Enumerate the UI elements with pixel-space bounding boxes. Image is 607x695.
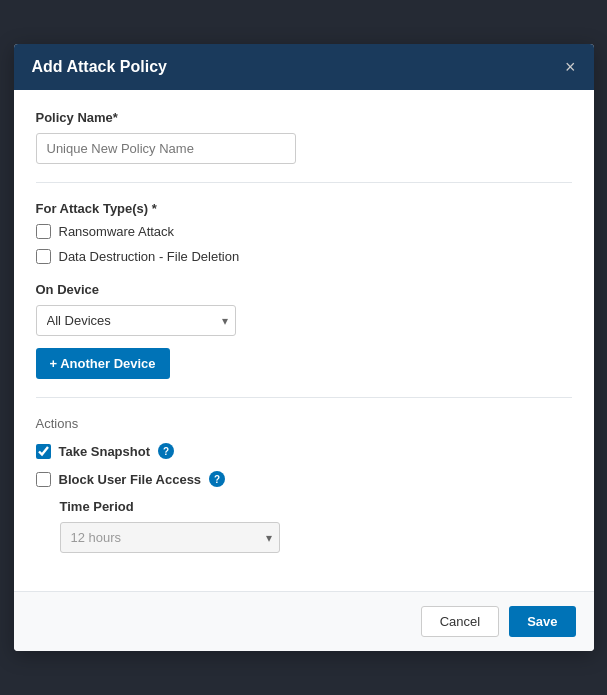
attack-types-section: For Attack Type(s) * Ransomware Attack D… bbox=[36, 201, 572, 264]
modal-body: Policy Name* For Attack Type(s) * Ransom… bbox=[14, 90, 594, 591]
add-another-device-button[interactable]: + Another Device bbox=[36, 348, 170, 379]
actions-section: Actions Take Snapshot ? Block User File … bbox=[36, 416, 572, 553]
divider-2 bbox=[36, 397, 572, 398]
device-select[interactable]: All Devices bbox=[36, 305, 236, 336]
time-period-select-wrapper: 12 hours 24 hours 48 hours ▾ bbox=[60, 522, 280, 553]
ransomware-checkbox[interactable] bbox=[36, 224, 51, 239]
modal-title: Add Attack Policy bbox=[32, 58, 167, 76]
block-user-file-access-label: Block User File Access bbox=[59, 472, 202, 487]
policy-name-input[interactable] bbox=[36, 133, 296, 164]
policy-name-section: Policy Name* bbox=[36, 110, 572, 164]
block-user-file-access-checkbox[interactable] bbox=[36, 472, 51, 487]
on-device-section: On Device All Devices ▾ + Another Device bbox=[36, 282, 572, 379]
modal-footer: Cancel Save bbox=[14, 591, 594, 651]
policy-name-label: Policy Name* bbox=[36, 110, 572, 125]
data-destruction-checkbox[interactable] bbox=[36, 249, 51, 264]
data-destruction-checkbox-item[interactable]: Data Destruction - File Deletion bbox=[36, 249, 572, 264]
actions-checkboxes: Take Snapshot ? Block User File Access ? bbox=[36, 443, 572, 487]
modal-header: Add Attack Policy × bbox=[14, 44, 594, 90]
block-user-file-access-item[interactable]: Block User File Access ? bbox=[36, 471, 572, 487]
data-destruction-label: Data Destruction - File Deletion bbox=[59, 249, 240, 264]
divider-1 bbox=[36, 182, 572, 183]
cancel-button[interactable]: Cancel bbox=[421, 606, 499, 637]
take-snapshot-help-icon[interactable]: ? bbox=[158, 443, 174, 459]
close-button[interactable]: × bbox=[565, 58, 576, 76]
take-snapshot-label: Take Snapshot bbox=[59, 444, 151, 459]
take-snapshot-item[interactable]: Take Snapshot ? bbox=[36, 443, 572, 459]
attack-types-checkboxes: Ransomware Attack Data Destruction - Fil… bbox=[36, 224, 572, 264]
device-select-wrapper: All Devices ▾ bbox=[36, 305, 236, 336]
on-device-label: On Device bbox=[36, 282, 572, 297]
save-button[interactable]: Save bbox=[509, 606, 575, 637]
time-period-section: Time Period 12 hours 24 hours 48 hours ▾ bbox=[60, 499, 572, 553]
ransomware-checkbox-item[interactable]: Ransomware Attack bbox=[36, 224, 572, 239]
add-attack-policy-modal: Add Attack Policy × Policy Name* For Att… bbox=[14, 44, 594, 651]
time-period-select[interactable]: 12 hours 24 hours 48 hours bbox=[60, 522, 280, 553]
actions-label: Actions bbox=[36, 416, 572, 431]
block-user-file-access-help-icon[interactable]: ? bbox=[209, 471, 225, 487]
modal-overlay: Add Attack Policy × Policy Name* For Att… bbox=[0, 0, 607, 695]
ransomware-label: Ransomware Attack bbox=[59, 224, 175, 239]
attack-types-label: For Attack Type(s) * bbox=[36, 201, 572, 216]
take-snapshot-checkbox[interactable] bbox=[36, 444, 51, 459]
time-period-label: Time Period bbox=[60, 499, 572, 514]
